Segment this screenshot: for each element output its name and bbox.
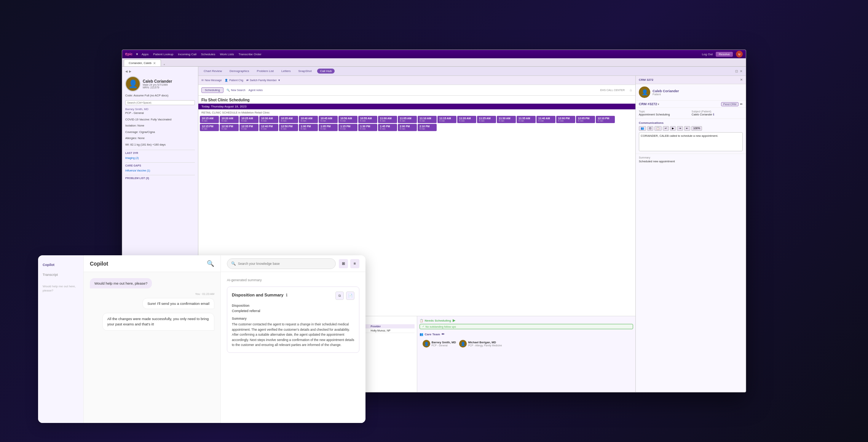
time-slot[interactable]: 11:10 AM5 min (418, 116, 437, 123)
tab-close[interactable]: ✕ (740, 69, 743, 73)
resolve-button[interactable]: Resolve (716, 52, 733, 57)
time-slot[interactable]: 10:40 AM5 min (299, 116, 318, 123)
nav-schedules[interactable]: Schedules (201, 53, 215, 56)
ai-icon-grid[interactable]: ⊞ (339, 259, 348, 268)
ai-icon-list[interactable]: ≡ (350, 259, 359, 268)
time-slot[interactable]: 12:50 PM5 min (279, 124, 298, 131)
time-slot[interactable]: 12:10 PM5 min (596, 116, 615, 123)
time-slot[interactable]: 11:35 AM5 min (517, 116, 536, 123)
tab-chart-review[interactable]: Chart Review (201, 69, 224, 74)
tab-demographics[interactable]: Demographics (227, 69, 252, 74)
comm-btn-reply[interactable]: ↩ (663, 126, 669, 131)
time-slot[interactable]: 2:10 PM5 min (418, 124, 437, 131)
time-slot[interactable]: 1:05 PM5 min (319, 124, 338, 131)
edit-icon[interactable]: ✏ (740, 102, 743, 106)
time-slot[interactable]: 11:05 AM5 min (398, 116, 417, 123)
copilot-chat-messages: Would help me out here, please? You · 01… (84, 272, 220, 423)
new-search-btn[interactable]: 🔍 New Search (227, 89, 246, 92)
nav-patient-lookup[interactable]: Patient Lookup (153, 53, 173, 56)
crm-close[interactable]: ✕ (740, 78, 743, 82)
influenza-link[interactable]: Influenza Vaccine (1) (125, 169, 195, 172)
time-slot[interactable]: 10:25 AM5 min (239, 116, 258, 123)
time-slot[interactable]: 2:00 PM5 min (398, 124, 417, 131)
comm-btn-6[interactable]: ⇤ (684, 126, 690, 131)
time-slots-container: 10:15 AM5 min 10:20 AM5 min 10:25 AM5 mi… (198, 115, 635, 132)
comm-zoom-level[interactable]: 100% (691, 126, 702, 131)
info-icon: ℹ (286, 293, 287, 297)
nav-back[interactable]: ◀ (125, 70, 128, 73)
care-team-member-1: 👤 Barney Smith, MD PCP - General (423, 340, 456, 348)
comm-btn-2[interactable]: ⊡ (647, 126, 653, 131)
comm-btn-5[interactable]: ⇥ (677, 126, 683, 131)
nav-work-lists[interactable]: Work Lists (220, 53, 234, 56)
time-slot[interactable]: 10:35 AM5 min (279, 116, 298, 123)
time-slot[interactable]: 10:20 AM5 min (220, 116, 239, 123)
imaging-link[interactable]: Imaging (2) (125, 157, 195, 159)
scheduling-badge[interactable]: Scheduling (201, 87, 223, 93)
switch-member-btn[interactable]: ⇄ Switch Family Member ▼ (246, 79, 281, 82)
time-slot[interactable]: 11:20 AM5 min (457, 116, 476, 123)
time-slot[interactable]: 12:40 PM5 min (259, 124, 278, 131)
comm-btn-3[interactable]: 📋 (654, 126, 662, 131)
topic-label: Topic (639, 110, 690, 113)
crm-number[interactable]: CRM #3272 (639, 102, 657, 106)
time-slot[interactable]: 11:30 AM5 min (497, 116, 516, 123)
time-slot[interactable]: 10:45 AM5 min (319, 116, 338, 123)
time-slot[interactable]: 1:30 PM5 min (358, 124, 377, 131)
time-slot[interactable]: 10:50 AM5 min (338, 116, 357, 123)
copilot-tab-copilot[interactable]: Copilot (43, 261, 79, 268)
tab-problem-list[interactable]: Problem List (255, 69, 276, 74)
time-slot[interactable]: 1:00 PM5 min (299, 124, 318, 131)
summary-section: Summary The customer contacted the agent… (232, 317, 354, 348)
time-slot[interactable]: 10:55 AM5 min (358, 116, 377, 123)
favorite-icon[interactable]: ☆ (629, 88, 632, 92)
time-slot[interactable]: 11:15 AM5 min (437, 116, 456, 123)
copilot-ai-panel: 🔍 ⊞ ≡ AI-generated summary Disposition a… (221, 255, 365, 423)
crm-summary-text: Scheduled new appointment (639, 160, 743, 163)
time-slot[interactable]: 12:05 PM5 min (576, 116, 595, 123)
message-icon: ✉ (201, 79, 204, 82)
time-slot[interactable]: 12:15 PM5 min (200, 124, 219, 131)
nav-transcribe-order[interactable]: Transcribe Order (239, 53, 262, 56)
comm-btn-4[interactable]: ▶ (670, 126, 676, 131)
log-out-link[interactable]: Log Out (702, 53, 713, 56)
plus-tab[interactable]: + (162, 63, 167, 66)
search-input[interactable] (125, 100, 195, 105)
copy-btn-1[interactable]: ⧉ (335, 291, 344, 300)
tab-call-hub[interactable]: Call Hub (317, 69, 335, 74)
copy-btn-2[interactable]: 📄 (346, 291, 354, 300)
callhub-toolbar: ✉ New Message 👤 Patient Chg ⇄ Switch Fam… (198, 76, 635, 85)
copilot-tab-transcript[interactable]: Transcript (43, 271, 79, 278)
crm-dropdown-icon[interactable]: ▼ (657, 103, 660, 106)
time-slot[interactable]: 10:30 AM5 min (259, 116, 278, 123)
time-slot[interactable]: 10:15 AM5 min (200, 116, 219, 123)
new-message-btn[interactable]: ✉ New Message (201, 79, 222, 82)
care-member-role-1: PCP - General (432, 344, 456, 347)
crm-patient-row: 👤 Caleb Coriander Patient (636, 84, 746, 101)
pend-crm-badge[interactable]: Pend CRM (721, 102, 739, 106)
time-slot[interactable]: 11:40 AM5 min (536, 116, 555, 123)
time-slot[interactable]: 12:35 PM5 min (239, 124, 258, 131)
comm-btn-1[interactable]: 👥 (639, 126, 646, 131)
time-slot[interactable]: 12:00 PM5 min (556, 116, 575, 123)
nav-apps[interactable]: Apps (142, 53, 148, 56)
nav-incoming-call[interactable]: Incoming Call (178, 53, 196, 56)
summary-text: The customer contacted the agent to requ… (232, 322, 354, 348)
time-slot[interactable]: 1:15 PM5 min (338, 124, 357, 131)
ai-search-input[interactable] (238, 262, 332, 266)
patient-chg-btn[interactable]: 👤 Patient Chg (225, 79, 243, 82)
tab-snapshot[interactable]: SnapShot (296, 69, 314, 74)
copilot-search-icon[interactable]: 🔍 (207, 260, 214, 267)
time-slot[interactable]: 12:30 PM5 min (220, 124, 239, 131)
patient-tab-close[interactable]: ✕ (153, 61, 156, 65)
time-slot[interactable]: 11:25 AM5 min (477, 116, 496, 123)
tab-expand[interactable]: ⊡ (735, 69, 738, 73)
patient-info: Caleb Coriander Male 24 yrs 5/7/1999 MRN… (143, 79, 172, 89)
tab-letters[interactable]: Letters (279, 69, 293, 74)
time-slot[interactable]: 1:45 PM5 min (378, 124, 397, 131)
chat-bubble-3: All the changes were made successfully, … (102, 313, 214, 331)
time-slot[interactable]: 11:00 AM5 min (378, 116, 397, 123)
patient-tab[interactable]: Coriander, Caleb ✕ (124, 59, 161, 66)
nav-forward[interactable]: ▶ (129, 70, 131, 73)
agent-notes-btn[interactable]: Agent notes (249, 89, 263, 91)
